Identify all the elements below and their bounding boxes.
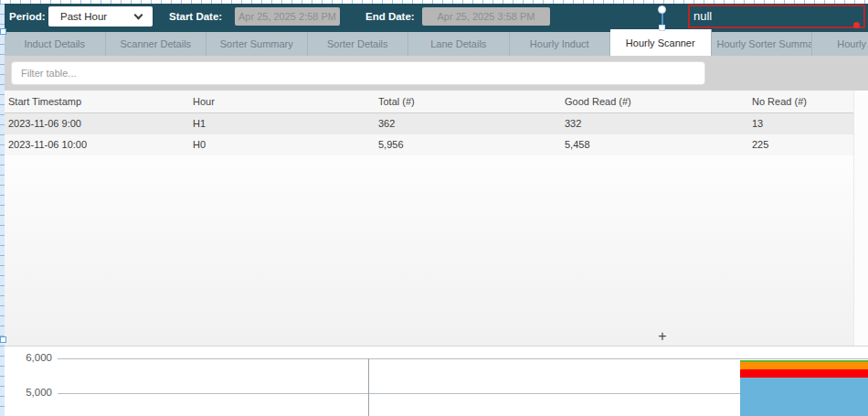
- tab-hourly-scanner[interactable]: Hourly Scanner: [610, 29, 712, 56]
- error-dot-indicator: [853, 22, 860, 28]
- table-cell: H0: [189, 134, 375, 155]
- column-header[interactable]: Start Timestamp: [5, 91, 189, 112]
- end-date-label: End Date:: [365, 4, 415, 29]
- table-cell: 5,956: [375, 134, 561, 155]
- selection-handle-top-square[interactable]: [659, 25, 665, 31]
- y-axis-tick-label: 6,000: [5, 352, 52, 363]
- bar-segment-no-read: [740, 369, 868, 378]
- start-date-input[interactable]: [235, 7, 340, 26]
- table-row[interactable]: 2023-11-06 10:00H05,9565,458225: [5, 134, 868, 155]
- tab-lane-details[interactable]: Lane Details: [408, 32, 510, 56]
- table-body: 2023-11-06 9:00H1362332132023-11-06 10:0…: [5, 113, 868, 155]
- tab-hourly-sorter-summar[interactable]: Hourly Sorter Summar: [712, 32, 813, 56]
- scrollbar-track[interactable]: [853, 91, 868, 346]
- selection-handle-top-circle[interactable]: [658, 5, 666, 14]
- start-date-label: Start Date:: [169, 4, 222, 29]
- bar-segment-segment-orange: [740, 362, 868, 369]
- hourly-scanner-chart: 6,0005,000: [5, 347, 868, 416]
- expand-divider-icon[interactable]: +: [654, 328, 671, 345]
- selection-handle-left-top[interactable]: [0, 28, 6, 35]
- tab-sorter-summary[interactable]: Sorter Summary: [206, 32, 308, 56]
- stacked-bar: [740, 347, 868, 416]
- toolbar: Period: Past Hour Start Date: End Date: …: [5, 4, 868, 29]
- period-label: Period:: [9, 4, 46, 29]
- tab-hourly-sort[interactable]: Hourly Sort: [812, 32, 868, 56]
- table-cell: H1: [189, 113, 375, 134]
- table-cell: 5,458: [561, 134, 748, 155]
- selection-handle-left-bottom[interactable]: [0, 336, 6, 343]
- filter-input[interactable]: [11, 61, 705, 85]
- column-header[interactable]: Hour: [189, 91, 375, 112]
- period-select[interactable]: Past Hour: [48, 6, 153, 27]
- chevron-down-icon: [134, 11, 143, 20]
- table-header: Start TimestampHourTotal (#)Good Read (#…: [5, 91, 868, 113]
- table-cell: 2023-11-06 10:00: [5, 134, 189, 155]
- bar-segment-segment-green: [740, 360, 868, 362]
- tab-sorter-details[interactable]: Sorter Details: [308, 32, 409, 56]
- bar-segment-good-read: [740, 378, 868, 416]
- tab-scanner-details[interactable]: Scanner Details: [106, 32, 207, 56]
- app-window: Period: Past Hour Start Date: End Date: …: [0, 0, 868, 416]
- end-date-input[interactable]: [422, 7, 550, 26]
- column-header[interactable]: Good Read (#): [561, 91, 748, 112]
- column-header[interactable]: Total (#): [375, 91, 561, 112]
- table-row[interactable]: 2023-11-06 9:00H136233213: [5, 113, 868, 134]
- selected-element-overlay[interactable]: null: [688, 5, 865, 28]
- selected-element-value: null: [693, 9, 712, 23]
- stacked-bar: [160, 347, 292, 416]
- column-header[interactable]: No Read (#): [748, 91, 868, 112]
- table-cell: 225: [748, 134, 868, 155]
- tab-induct-details[interactable]: Induct Details: [5, 32, 106, 56]
- table-cell: 362: [375, 113, 561, 134]
- filter-bar: [5, 56, 868, 91]
- data-table: Start TimestampHourTotal (#)Good Read (#…: [5, 91, 868, 346]
- table-cell: 2023-11-06 9:00: [5, 113, 189, 134]
- period-select-value: Past Hour: [60, 11, 107, 22]
- table-cell: 332: [561, 113, 748, 134]
- table-cell: 13: [748, 113, 868, 134]
- tab-hourly-induct[interactable]: Hourly Induct: [510, 32, 611, 56]
- category-divider-line: [368, 358, 369, 416]
- y-axis-tick-label: 5,000: [5, 387, 52, 398]
- tab-bar: Induct DetailsScanner DetailsSorter Summ…: [5, 29, 868, 56]
